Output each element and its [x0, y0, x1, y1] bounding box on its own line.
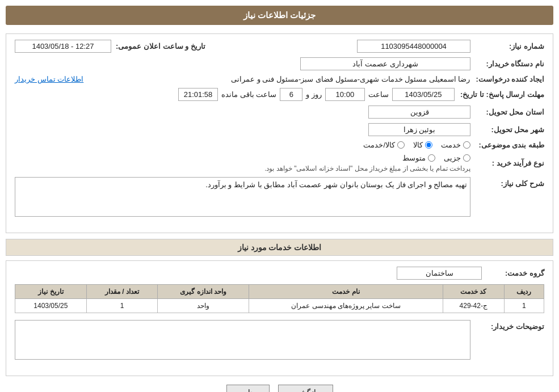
col-date: تاریخ نیاز: [15, 285, 87, 299]
buyer-note-watermark: ◁: [15, 320, 470, 365]
page-header: جزئیات اطلاعات نیاز: [6, 6, 553, 25]
table-cell-4: 1: [86, 299, 158, 313]
category-radio-goods[interactable]: [425, 141, 432, 149]
province-label: استان محل تحویل:: [470, 108, 544, 116]
creator-row: ایجاد کننده درخواست: رضا اسمعیلی مسئول خ…: [15, 75, 544, 83]
table-header-row: ردیف کد خدمت نام خدمت واحد اندازه گیری ت…: [15, 285, 544, 299]
category-goods-label: کالا: [413, 141, 423, 149]
process-group: جزیی متوسط پرداخت تمام یا بخشی از مبلغ خ…: [264, 154, 470, 172]
creator-link[interactable]: اطلاعات تماس خریدار: [15, 75, 83, 83]
main-content: شماره نیاز: 1103095448000004 تاریخ و ساع…: [6, 33, 553, 233]
creator-name: رضا اسمعیلی مسئول خدمات شهری-مسئول فضای …: [89, 75, 470, 83]
category-option-goods[interactable]: کالا: [413, 141, 432, 149]
process-option-partial[interactable]: جزیی: [444, 154, 470, 162]
need-desc-box: تهیه مصالح و اجرای فاز یک بوستان بانوان …: [15, 177, 470, 217]
process-row: نوع فرآیند خرید : جزیی متوسط پرداخت تمام…: [15, 154, 544, 172]
buyer-org-label: نام دستگاه خریدار:: [470, 60, 544, 68]
creator-label: ایجاد کننده درخواست:: [470, 75, 544, 83]
back-button[interactable]: بازگشت: [278, 385, 333, 392]
need-desc-value: تهیه مصالح و اجرای فاز یک بوستان بانوان …: [205, 180, 467, 189]
process-radio-group: جزیی متوسط: [264, 154, 470, 162]
province-value: قزوین: [368, 106, 470, 119]
table-cell-5: 1403/05/25: [15, 299, 87, 313]
category-radio-service[interactable]: [463, 141, 470, 149]
process-option-medium[interactable]: متوسط: [402, 154, 435, 162]
deadline-remaining: 21:01:58: [178, 88, 218, 101]
table-cell-0: 1: [504, 299, 544, 313]
buyer-note-row: توضیحات خریدار: ◁: [15, 320, 544, 365]
process-note: پرداخت تمام یا بخشی از مبلغ خریداز محل "…: [264, 165, 470, 172]
buyer-note-box: [15, 320, 470, 360]
table-cell-1: ج-42-429: [443, 299, 504, 313]
need-desc-watermark-area: تهیه مصالح و اجرای فاز یک بوستان بانوان …: [15, 177, 470, 222]
category-option-service[interactable]: خدمت: [441, 141, 470, 149]
services-table: ردیف کد خدمت نام خدمت واحد اندازه گیری ت…: [15, 284, 544, 313]
process-medium-label: متوسط: [402, 154, 426, 162]
category-radio-both[interactable]: [397, 141, 405, 149]
buyer-note-container: ◁: [15, 320, 470, 365]
announce-label: تاریخ و ساعت اعلان عمومی:: [116, 42, 205, 50]
deadline-date: 1403/05/25: [392, 88, 455, 101]
deadline-days-label: روز و: [306, 90, 322, 99]
need-number-value: 1103095448000004: [357, 40, 470, 53]
col-name: نام خدمت: [249, 285, 443, 299]
buyer-note-label: توضیحات خریدار:: [470, 320, 544, 331]
city-label: شهر محل تحویل:: [470, 125, 544, 134]
service-group-row: گروه خدمت: ساختمان: [15, 267, 544, 280]
process-partial-label: جزیی: [444, 154, 461, 162]
need-number-label: شماره نیاز:: [470, 42, 544, 50]
deadline-remaining-label: ساعت باقی مانده: [221, 90, 276, 99]
city-value: بوئین زهرا: [368, 123, 470, 136]
category-row: طبقه بندی موضوعی: خدمت کالا کالا/خدمت: [15, 141, 544, 149]
deadline-row: مهلت ارسال پاسخ: تا تاریخ: 1403/05/25 سا…: [15, 88, 544, 101]
print-button[interactable]: چاپ: [226, 385, 270, 392]
service-group-value: ساختمان: [397, 267, 482, 280]
category-option-both[interactable]: کالا/خدمت: [363, 141, 405, 149]
deadline-time: 10:00: [325, 88, 365, 101]
category-label: طبقه بندی موضوعی:: [470, 141, 544, 149]
button-row: بازگشت چاپ: [6, 385, 553, 392]
deadline-time-label: ساعت: [368, 90, 389, 99]
services-section: گروه خدمت: ساختمان ردیف کد خدمت نام خدمت…: [6, 260, 553, 376]
col-qty: تعداد / مقدار: [86, 285, 158, 299]
buyer-org-row: نام دستگاه خریدار: شهرداری عصمت آباد: [15, 57, 544, 70]
col-row-num: ردیف: [504, 285, 544, 299]
process-radio-partial[interactable]: [463, 154, 470, 162]
city-row: شهر محل تحویل: بوئین زهرا: [15, 123, 544, 136]
need-desc-label: شرح کلی نیاز:: [470, 177, 544, 188]
col-unit: واحد اندازه گیری: [158, 285, 249, 299]
deadline-label: مهلت ارسال پاسخ: تا تاریخ:: [455, 90, 544, 99]
announce-value: 1403/05/18 - 12:27: [15, 40, 111, 53]
process-radio-medium[interactable]: [428, 154, 435, 162]
process-label: نوع فرآیند خرید :: [470, 159, 544, 167]
need-desc-container: تهیه مصالح و اجرای فاز یک بوستان بانوان …: [15, 177, 470, 222]
buyer-org-value: شهرداری عصمت آباد: [300, 57, 470, 70]
category-service-label: خدمت: [441, 141, 461, 149]
category-both-label: کالا/خدمت: [363, 141, 395, 149]
top-row: شماره نیاز: 1103095448000004 تاریخ و ساع…: [15, 40, 544, 53]
services-section-title: اطلاعات خدمات مورد نیاز: [6, 239, 553, 256]
table-cell-2: ساخت سایر پروژه‌های مهندسی عمران: [249, 299, 443, 313]
table-cell-3: واحد: [158, 299, 249, 313]
page-wrapper: جزئیات اطلاعات نیاز شماره نیاز: 11030954…: [0, 0, 559, 392]
page-title: جزئیات اطلاعات نیاز: [243, 10, 316, 20]
deadline-days: 6: [280, 88, 302, 101]
category-radio-group: خدمت کالا کالا/خدمت: [363, 141, 470, 149]
table-row: 1ج-42-429ساخت سایر پروژه‌های مهندسی عمرا…: [15, 299, 544, 313]
col-code: کد خدمت: [443, 285, 504, 299]
province-row: استان محل تحویل: قزوین: [15, 106, 544, 119]
need-desc-row: شرح کلی نیاز: تهیه مصالح و اجرای فاز یک …: [15, 177, 544, 222]
service-group-label: گروه خدمت:: [487, 269, 544, 277]
